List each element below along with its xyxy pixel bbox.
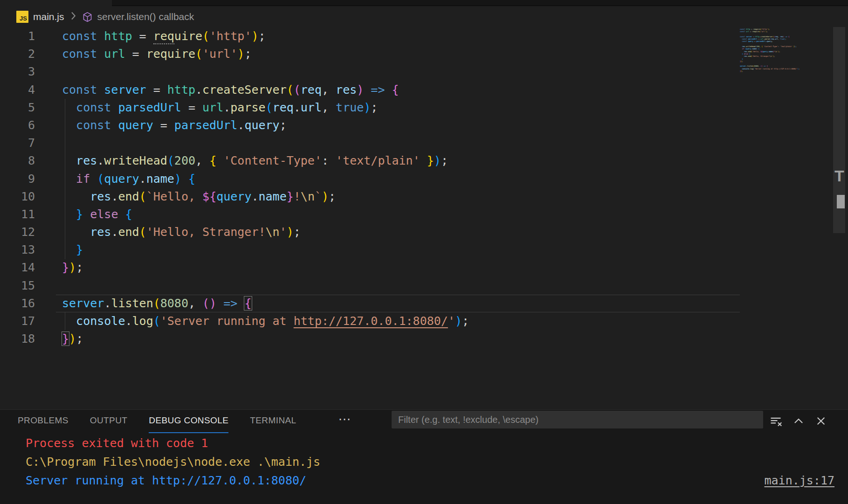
- code-line[interactable]: 3: [0, 63, 740, 81]
- debug-filter-input[interactable]: [392, 411, 763, 428]
- minimap[interactable]: const http = require('http');const url =…: [740, 28, 800, 72]
- code-line[interactable]: 1const http = require('http');: [0, 28, 740, 45]
- tab-problems[interactable]: PROBLEMS: [18, 410, 69, 433]
- code-line[interactable]: 5 const parsedUrl = url.parse(req.url, t…: [0, 99, 740, 117]
- line-number: 1: [0, 28, 56, 45]
- tab-output[interactable]: OUTPUT: [90, 410, 128, 433]
- javascript-file-icon: JS: [16, 11, 28, 23]
- line-number: 7: [0, 134, 56, 152]
- console-line: Server running at http://127.0.0.1:8080/: [26, 471, 320, 490]
- line-number: 4: [0, 81, 56, 99]
- code-lines: 1const http = require('http');2const url…: [0, 28, 740, 348]
- breadcrumb-symbol[interactable]: server.listen() callback: [97, 11, 194, 22]
- code-line[interactable]: 13 }: [0, 241, 740, 259]
- code-line[interactable]: 15: [0, 277, 740, 295]
- tab-terminal[interactable]: TERMINAL: [250, 410, 296, 433]
- breadcrumb: JS main.js server.listen() callback: [0, 7, 845, 27]
- line-number: 16: [0, 295, 56, 312]
- code-line[interactable]: 16server.listen(8080, () => {: [0, 295, 740, 312]
- scrollbar-mark-block: [837, 195, 845, 208]
- indent-guide: [65, 312, 65, 330]
- line-number: 17: [0, 312, 56, 330]
- code-line[interactable]: 6 const query = parsedUrl.query;: [0, 117, 740, 134]
- code-line[interactable]: 7: [0, 134, 740, 152]
- console-line: C:\Program Files\nodejs\node.exe .\main.…: [26, 453, 320, 471]
- code-line[interactable]: 8 res.writeHead(200, { 'Content-Type': '…: [0, 152, 740, 170]
- clear-console-icon[interactable]: [769, 414, 782, 428]
- code-line[interactable]: 12 res.end('Hello, Stranger!\n');: [0, 223, 740, 241]
- symbol-cube-icon: [82, 12, 93, 22]
- code-line[interactable]: 18});: [0, 330, 740, 348]
- code-line[interactable]: 17 console.log('Server running at http:/…: [0, 312, 740, 330]
- panel-header: PROBLEMSOUTPUTDEBUG CONSOLETERMINAL⋯: [0, 410, 848, 433]
- line-number: 10: [0, 188, 56, 206]
- line-number: 3: [0, 63, 56, 81]
- line-number: 14: [0, 259, 56, 276]
- line-number: 9: [0, 170, 56, 188]
- line-number: 5: [0, 99, 56, 117]
- tab-bar-sliver: [0, 0, 848, 6]
- console-output: Process exited with code 1C:\Program Fil…: [26, 434, 320, 490]
- code-line[interactable]: 4const server = http.createServer((req, …: [0, 81, 740, 99]
- maximize-panel-icon[interactable]: [793, 415, 806, 428]
- editor[interactable]: 1const http = require('http');2const url…: [0, 27, 845, 409]
- code-line[interactable]: 14});: [0, 259, 740, 276]
- line-number: 8: [0, 152, 56, 170]
- close-panel-icon[interactable]: [815, 415, 828, 428]
- chevron-right-icon: [70, 12, 76, 22]
- line-number: 6: [0, 117, 56, 134]
- line-number: 2: [0, 45, 56, 63]
- line-number: 18: [0, 330, 56, 348]
- line-number: 13: [0, 241, 56, 259]
- code-line[interactable]: 10 res.end(`Hello, ${query.name}!\n`);: [0, 188, 740, 206]
- bottom-panel: PROBLEMSOUTPUTDEBUG CONSOLETERMINAL⋯ Pro…: [0, 409, 848, 504]
- console-line: Process exited with code 1: [26, 434, 320, 453]
- line-number: 15: [0, 277, 56, 295]
- breadcrumb-file[interactable]: main.js: [33, 11, 64, 22]
- scrollbar-mark: T: [834, 168, 844, 184]
- indent-guide: [65, 99, 65, 259]
- line-number: 11: [0, 206, 56, 223]
- code-line[interactable]: 11 } else {: [0, 206, 740, 223]
- active-tab-sliver: [0, 0, 112, 6]
- more-actions-icon[interactable]: ⋯: [338, 410, 352, 433]
- line-number: 12: [0, 223, 56, 241]
- console-source-link[interactable]: main.js:17: [764, 471, 834, 490]
- code-line[interactable]: 9 if (query.name) {: [0, 170, 740, 188]
- code-line[interactable]: 2const url = require('url');: [0, 45, 740, 63]
- tab-debug-console[interactable]: DEBUG CONSOLE: [149, 410, 228, 433]
